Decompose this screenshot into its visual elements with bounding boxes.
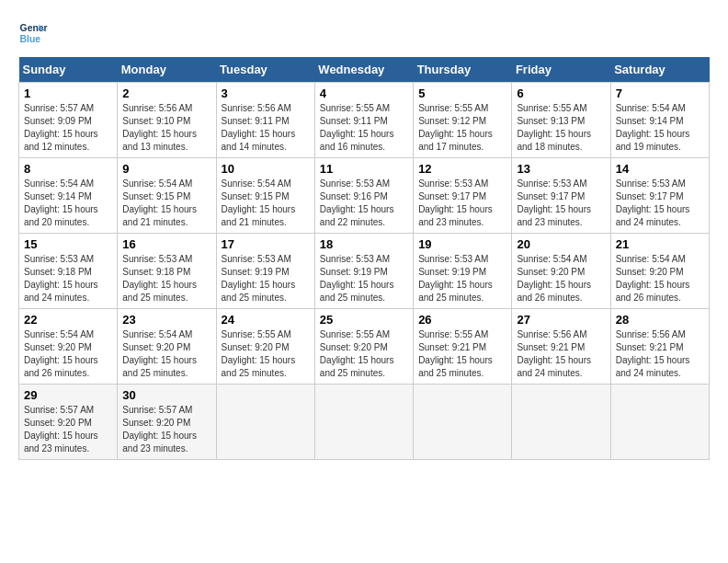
day-cell: 23Sunrise: 5:54 AM Sunset: 9:20 PM Dayli… [118,309,216,385]
day-number: 24 [222,313,310,327]
day-cell [512,385,610,460]
day-number: 22 [24,313,112,327]
day-number: 17 [222,237,310,251]
calendar-table: SundayMondayTuesdayWednesdayThursdayFrid… [18,57,710,460]
day-number: 19 [418,237,506,251]
day-cell: 12Sunrise: 5:53 AM Sunset: 9:17 PM Dayli… [414,158,512,234]
day-info: Sunrise: 5:57 AM Sunset: 9:20 PM Dayligh… [122,404,210,455]
day-number: 14 [616,162,704,176]
day-info: Sunrise: 5:54 AM Sunset: 9:20 PM Dayligh… [122,328,210,380]
day-number: 16 [122,237,210,251]
day-cell: 2Sunrise: 5:56 AM Sunset: 9:10 PM Daylig… [118,83,216,158]
day-info: Sunrise: 5:56 AM Sunset: 9:21 PM Dayligh… [616,328,704,380]
day-info: Sunrise: 5:53 AM Sunset: 9:19 PM Dayligh… [222,253,310,304]
day-cell: 11Sunrise: 5:53 AM Sunset: 9:16 PM Dayli… [314,158,413,234]
day-number: 5 [418,86,506,100]
day-cell [414,385,512,460]
day-header-wednesday: Wednesday [314,57,413,83]
day-info: Sunrise: 5:57 AM Sunset: 9:09 PM Dayligh… [24,102,112,154]
day-cell: 28Sunrise: 5:56 AM Sunset: 9:21 PM Dayli… [610,309,709,385]
header: General Blue [18,18,710,48]
day-cell [610,385,709,460]
day-cell: 22Sunrise: 5:54 AM Sunset: 9:20 PM Dayli… [19,309,118,385]
logo: General Blue [18,18,51,48]
day-cell: 29Sunrise: 5:57 AM Sunset: 9:20 PM Dayli… [19,385,118,460]
logo-icon: General Blue [18,18,48,48]
week-row-3: 15Sunrise: 5:53 AM Sunset: 9:18 PM Dayli… [19,234,710,309]
day-cell [314,385,413,460]
day-number: 1 [24,86,112,100]
day-info: Sunrise: 5:54 AM Sunset: 9:14 PM Dayligh… [616,102,704,154]
day-info: Sunrise: 5:53 AM Sunset: 9:19 PM Dayligh… [320,253,408,304]
day-cell: 6Sunrise: 5:55 AM Sunset: 9:13 PM Daylig… [512,83,610,158]
day-number: 4 [320,86,408,100]
day-header-monday: Monday [118,57,216,83]
day-number: 9 [122,162,210,176]
day-cell: 17Sunrise: 5:53 AM Sunset: 9:19 PM Dayli… [216,234,314,309]
day-info: Sunrise: 5:54 AM Sunset: 9:14 PM Dayligh… [24,178,112,229]
day-number: 26 [418,313,506,327]
day-number: 7 [616,86,704,100]
day-cell: 16Sunrise: 5:53 AM Sunset: 9:18 PM Dayli… [118,234,216,309]
day-info: Sunrise: 5:54 AM Sunset: 9:15 PM Dayligh… [122,178,210,229]
week-row-2: 8Sunrise: 5:54 AM Sunset: 9:14 PM Daylig… [19,158,710,234]
day-cell: 5Sunrise: 5:55 AM Sunset: 9:12 PM Daylig… [414,83,512,158]
day-cell: 25Sunrise: 5:55 AM Sunset: 9:20 PM Dayli… [314,309,413,385]
day-number: 12 [418,162,506,176]
day-info: Sunrise: 5:55 AM Sunset: 9:12 PM Dayligh… [418,102,506,154]
day-number: 15 [24,237,112,251]
day-number: 2 [122,86,210,100]
svg-text:General: General [20,23,48,33]
day-info: Sunrise: 5:55 AM Sunset: 9:20 PM Dayligh… [320,328,408,380]
svg-text:Blue: Blue [20,34,41,44]
day-number: 3 [222,86,310,100]
day-cell: 3Sunrise: 5:56 AM Sunset: 9:11 PM Daylig… [216,83,314,158]
day-cell: 10Sunrise: 5:54 AM Sunset: 9:15 PM Dayli… [216,158,314,234]
day-cell: 30Sunrise: 5:57 AM Sunset: 9:20 PM Dayli… [118,385,216,460]
day-number: 27 [517,313,605,327]
day-info: Sunrise: 5:55 AM Sunset: 9:13 PM Dayligh… [517,102,605,154]
day-number: 6 [517,86,605,100]
day-info: Sunrise: 5:54 AM Sunset: 9:20 PM Dayligh… [616,253,704,304]
day-info: Sunrise: 5:53 AM Sunset: 9:17 PM Dayligh… [517,178,605,229]
day-info: Sunrise: 5:53 AM Sunset: 9:18 PM Dayligh… [122,253,210,304]
day-header-thursday: Thursday [414,57,512,83]
day-number: 20 [517,237,605,251]
day-info: Sunrise: 5:54 AM Sunset: 9:20 PM Dayligh… [517,253,605,304]
day-cell [216,385,314,460]
day-cell: 21Sunrise: 5:54 AM Sunset: 9:20 PM Dayli… [610,234,709,309]
day-cell: 18Sunrise: 5:53 AM Sunset: 9:19 PM Dayli… [314,234,413,309]
day-number: 21 [616,237,704,251]
day-cell: 7Sunrise: 5:54 AM Sunset: 9:14 PM Daylig… [610,83,709,158]
day-cell: 1Sunrise: 5:57 AM Sunset: 9:09 PM Daylig… [19,83,118,158]
week-row-1: 1Sunrise: 5:57 AM Sunset: 9:09 PM Daylig… [19,83,710,158]
day-cell: 4Sunrise: 5:55 AM Sunset: 9:11 PM Daylig… [314,83,413,158]
day-cell: 24Sunrise: 5:55 AM Sunset: 9:20 PM Dayli… [216,309,314,385]
day-info: Sunrise: 5:53 AM Sunset: 9:17 PM Dayligh… [616,178,704,229]
day-number: 29 [24,388,112,402]
day-header-row: SundayMondayTuesdayWednesdayThursdayFrid… [19,57,710,83]
day-info: Sunrise: 5:55 AM Sunset: 9:21 PM Dayligh… [418,328,506,380]
day-info: Sunrise: 5:53 AM Sunset: 9:17 PM Dayligh… [418,178,506,229]
day-info: Sunrise: 5:53 AM Sunset: 9:18 PM Dayligh… [24,253,112,304]
day-cell: 19Sunrise: 5:53 AM Sunset: 9:19 PM Dayli… [414,234,512,309]
day-info: Sunrise: 5:53 AM Sunset: 9:16 PM Dayligh… [320,178,408,229]
week-row-4: 22Sunrise: 5:54 AM Sunset: 9:20 PM Dayli… [19,309,710,385]
day-info: Sunrise: 5:53 AM Sunset: 9:19 PM Dayligh… [418,253,506,304]
day-number: 28 [616,313,704,327]
day-number: 8 [24,162,112,176]
day-info: Sunrise: 5:54 AM Sunset: 9:15 PM Dayligh… [222,178,310,229]
day-number: 25 [320,313,408,327]
day-number: 18 [320,237,408,251]
day-cell: 13Sunrise: 5:53 AM Sunset: 9:17 PM Dayli… [512,158,610,234]
day-number: 30 [122,388,210,402]
day-number: 13 [517,162,605,176]
day-info: Sunrise: 5:56 AM Sunset: 9:21 PM Dayligh… [517,328,605,380]
day-header-tuesday: Tuesday [216,57,314,83]
day-info: Sunrise: 5:54 AM Sunset: 9:20 PM Dayligh… [24,328,112,380]
day-number: 11 [320,162,408,176]
day-number: 10 [222,162,310,176]
day-cell: 14Sunrise: 5:53 AM Sunset: 9:17 PM Dayli… [610,158,709,234]
day-cell: 8Sunrise: 5:54 AM Sunset: 9:14 PM Daylig… [19,158,118,234]
week-row-5: 29Sunrise: 5:57 AM Sunset: 9:20 PM Dayli… [19,385,710,460]
